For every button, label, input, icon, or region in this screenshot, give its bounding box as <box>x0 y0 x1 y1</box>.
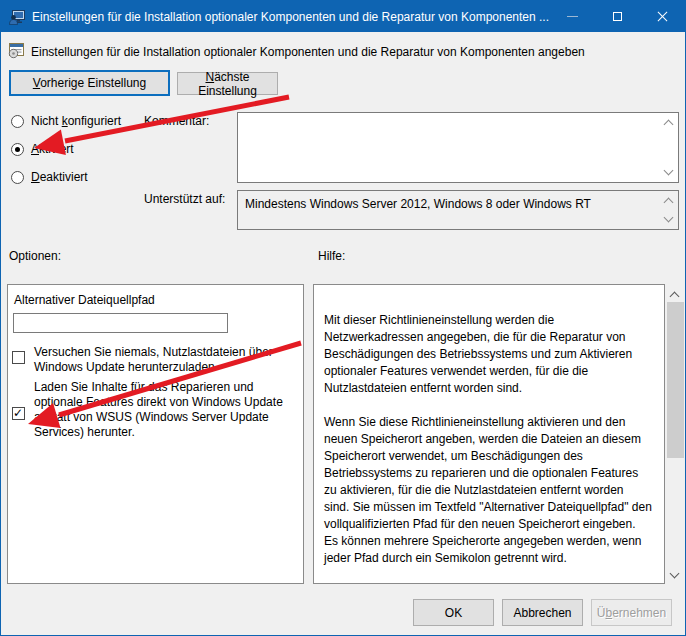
scrollbar-thumb[interactable] <box>667 302 684 458</box>
radio-disabled[interactable]: Deaktiviert <box>11 170 88 184</box>
radio-not-configured[interactable]: Nicht konfiguriert <box>11 114 121 128</box>
previous-setting-button[interactable]: Vorherige Einstellung <box>9 70 170 96</box>
supported-on-box: Mindestens Windows Server 2012, Windows … <box>237 190 679 230</box>
window-title: Einstellungen für die Installation optio… <box>32 10 550 24</box>
help-paragraph: Wenn Sie diese Richtlinieneinstellung ak… <box>324 414 652 567</box>
maximize-icon <box>613 12 622 21</box>
help-label: Hilfe: <box>318 249 345 263</box>
maximize-button[interactable] <box>595 1 640 32</box>
supported-on-label: Unterstützt auf: <box>144 192 225 206</box>
close-button[interactable] <box>640 1 685 32</box>
scroll-up-icon <box>664 196 674 206</box>
app-icon <box>9 9 25 25</box>
ok-button[interactable]: OK <box>413 599 494 626</box>
minimize-icon <box>567 16 578 17</box>
radio-disabled-label: Deaktiviert <box>31 170 88 184</box>
radio-circle[interactable] <box>11 115 24 128</box>
setting-title: Einstellungen für die Installation optio… <box>31 45 671 59</box>
radio-circle[interactable] <box>11 143 24 156</box>
alternate-path-input[interactable] <box>13 313 228 333</box>
scroll-up-icon <box>664 118 674 128</box>
radio-circle[interactable] <box>11 171 24 184</box>
help-scrollbar[interactable] <box>667 285 684 583</box>
setting-icon <box>8 42 25 59</box>
options-label: Optionen: <box>9 249 61 263</box>
radio-enabled[interactable]: Aktiviert <box>11 142 74 156</box>
help-panel: Mit dieser Richtlinieneinstellung werden… <box>313 284 665 584</box>
titlebar: Einstellungen für die Installation optio… <box>1 1 685 32</box>
scroll-down-icon <box>664 214 674 224</box>
next-setting-button[interactable]: Nächste Einstellung <box>177 72 278 95</box>
scroll-down-icon <box>664 167 674 177</box>
download-from-wu-checkbox[interactable] <box>12 407 25 420</box>
never-download-checkbox[interactable] <box>12 351 25 364</box>
never-download-label: Versuchen Sie niemals, Nutzlastdateien ü… <box>34 345 300 375</box>
scroll-up-icon[interactable] <box>670 290 680 300</box>
comment-label: Kommentar: <box>144 114 209 128</box>
alternate-path-label: Alternativer Dateiquellpfad <box>14 293 155 307</box>
minimize-button[interactable] <box>550 1 595 32</box>
policy-setting-dialog: Einstellungen für die Installation optio… <box>0 0 686 636</box>
radio-not-configured-label: Nicht konfiguriert <box>31 114 121 128</box>
radio-enabled-label: Aktiviert <box>31 142 74 156</box>
help-paragraph: Mit dieser Richtlinieneinstellung werden… <box>324 312 652 397</box>
options-panel: Alternativer Dateiquellpfad Versuchen Si… <box>7 284 304 584</box>
cancel-button[interactable]: Abbrechen <box>502 599 583 626</box>
download-from-wu-label: Laden Sie Inhalte für das Reparieren und… <box>34 380 300 440</box>
supported-on-value: Mindestens Windows Server 2012, Windows … <box>245 197 591 211</box>
scroll-down-icon[interactable] <box>670 570 680 580</box>
apply-button: Übernehmen <box>591 599 672 626</box>
comment-textarea[interactable] <box>237 112 679 183</box>
